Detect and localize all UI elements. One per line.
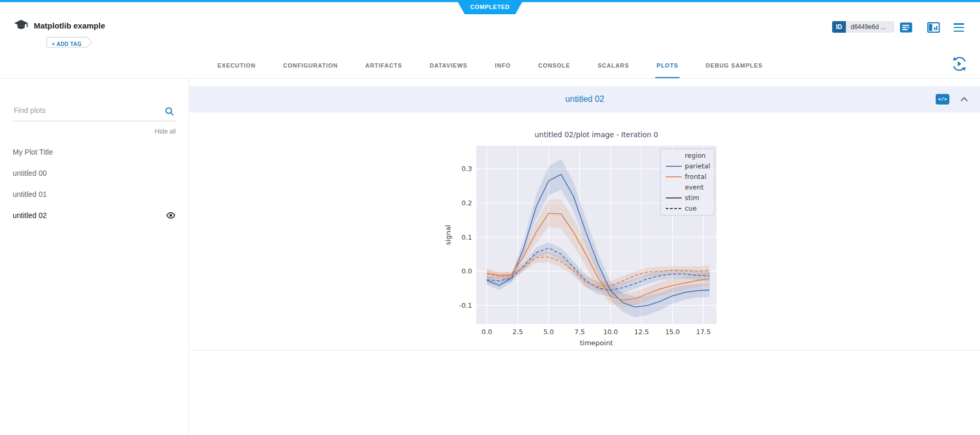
add-tag-button[interactable]: + ADD TAG [46, 37, 87, 48]
status-badge-label: COMPLETED [470, 4, 510, 11]
svg-text:region: region [685, 152, 706, 159]
search-input[interactable] [13, 106, 157, 115]
id-value: d6449e6d ... [846, 21, 894, 33]
tab-dataviews[interactable]: DATAVIEWS [429, 53, 469, 78]
auto-refresh-icon[interactable] [951, 55, 968, 72]
svg-text:untitled 02/plot image - Itera: untitled 02/plot image - Iteration 0 [535, 130, 658, 139]
svg-text:5.0: 5.0 [543, 328, 554, 336]
status-badge: COMPLETED [457, 0, 523, 14]
svg-text:17.5: 17.5 [696, 328, 711, 336]
svg-text:parietal: parietal [685, 162, 710, 170]
tab-artifacts[interactable]: ARTIFACTS [364, 53, 403, 78]
svg-text:0.2: 0.2 [461, 199, 472, 207]
tab-scalars[interactable]: SCALARS [597, 53, 630, 78]
plot-search [13, 106, 176, 121]
svg-text:stim: stim [685, 194, 699, 202]
plot-panel-title: untitled 02 [566, 94, 605, 104]
plot-list: My Plot Title untitled 00 untitled 01 un… [13, 141, 176, 226]
svg-text:0.0: 0.0 [482, 328, 492, 336]
collapse-panel-icon[interactable] [960, 95, 968, 103]
tab-console[interactable]: CONSOLE [537, 53, 571, 78]
svg-text:signal: signal [444, 225, 452, 245]
plot-panel-header: untitled 02 </> [190, 86, 980, 112]
svg-text:frontal: frontal [685, 173, 706, 181]
tab-configuration[interactable]: CONFIGURATION [282, 53, 339, 78]
svg-text:2.5: 2.5 [513, 328, 523, 336]
svg-text:0.0: 0.0 [461, 267, 472, 275]
code-icon[interactable]: </> [936, 94, 949, 105]
svg-text:cue: cue [685, 204, 697, 212]
plots-sidebar: Hide all My Plot Title untitled 00 untit… [0, 79, 189, 435]
tab-plots[interactable]: PLOTS [655, 53, 679, 78]
svg-text:0.3: 0.3 [461, 165, 472, 173]
tab-debug-samples[interactable]: DEBUG SAMPLES [705, 53, 764, 78]
svg-text:12.5: 12.5 [634, 328, 649, 336]
svg-text:10.0: 10.0 [603, 328, 618, 336]
plot-list-item[interactable]: untitled 01 [13, 184, 176, 205]
id-label: ID [832, 21, 846, 33]
tab-info[interactable]: INFO [494, 53, 512, 78]
task-details-icon[interactable] [900, 22, 912, 33]
tab-execution[interactable]: EXECUTION [216, 53, 257, 78]
search-icon[interactable] [164, 106, 175, 117]
split-view-icon[interactable] [927, 22, 940, 33]
plot-list-item[interactable]: My Plot Title [13, 141, 176, 163]
plot-display-area: 0.02.55.07.510.012.515.017.5-0.10.00.10.… [190, 112, 980, 351]
svg-text:7.5: 7.5 [574, 328, 585, 336]
experiment-title: Matplotlib example [34, 21, 105, 30]
svg-text:event: event [685, 183, 704, 191]
experiment-id-badge[interactable]: ID d6449e6d ... [832, 21, 894, 33]
tab-bar: EXECUTION CONFIGURATION ARTIFACTS DATAVI… [0, 53, 980, 79]
svg-text:15.0: 15.0 [665, 328, 680, 336]
fmri-line-chart[interactable]: 0.02.55.07.510.012.515.017.5-0.10.00.10.… [444, 127, 721, 351]
task-type-icon [14, 18, 29, 32]
svg-text:-0.1: -0.1 [459, 301, 472, 309]
clearml-experiment-screen: COMPLETED Matplotlib example + ADD TAG I… [0, 0, 980, 435]
menu-icon[interactable] [954, 23, 964, 32]
plot-list-item-selected[interactable]: untitled 02 [13, 205, 176, 226]
svg-text:0.1: 0.1 [461, 233, 472, 241]
plot-list-item[interactable]: untitled 00 [13, 163, 176, 184]
eye-icon[interactable] [166, 212, 176, 219]
hide-all-link[interactable]: Hide all [13, 128, 176, 135]
svg-text:timepoint: timepoint [580, 339, 613, 347]
